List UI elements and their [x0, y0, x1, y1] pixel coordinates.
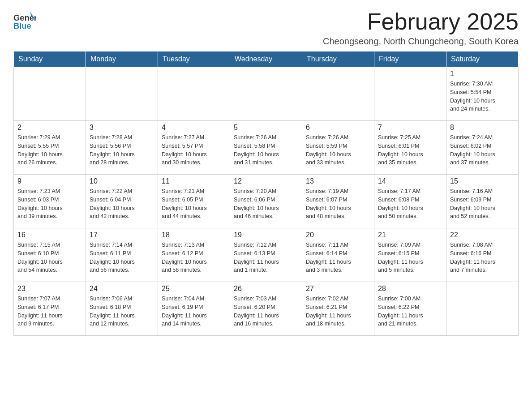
day-info: Sunrise: 7:24 AM Sunset: 6:02 PM Dayligh… [450, 133, 515, 167]
calendar-cell [158, 67, 230, 121]
day-number: 21 [378, 231, 442, 239]
day-info: Sunrise: 7:16 AM Sunset: 6:09 PM Dayligh… [450, 187, 515, 221]
calendar-cell: 22Sunrise: 7:08 AM Sunset: 6:16 PM Dayli… [446, 228, 519, 282]
day-number: 26 [234, 285, 298, 293]
calendar-table: SundayMondayTuesdayWednesdayThursdayFrid… [13, 51, 519, 336]
day-number: 12 [234, 177, 298, 185]
day-number: 15 [450, 177, 515, 185]
day-number: 17 [90, 231, 154, 239]
day-info: Sunrise: 7:30 AM Sunset: 5:54 PM Dayligh… [450, 80, 515, 113]
calendar-week-row: 1Sunrise: 7:30 AM Sunset: 5:54 PM Daylig… [14, 67, 519, 121]
day-info: Sunrise: 7:08 AM Sunset: 6:16 PM Dayligh… [450, 241, 515, 274]
location-title: Cheongseong, North Chungcheong, South Ko… [323, 36, 519, 47]
calendar-cell [230, 67, 302, 121]
day-number: 1 [450, 70, 515, 78]
calendar-cell: 13Sunrise: 7:19 AM Sunset: 6:07 PM Dayli… [302, 175, 374, 228]
day-number: 6 [306, 124, 370, 132]
logo: General Blue [13, 9, 36, 34]
calendar-day-header-friday: Friday [374, 51, 446, 67]
svg-text:Blue: Blue [13, 21, 31, 30]
day-number: 18 [162, 231, 226, 239]
day-number: 5 [234, 124, 298, 132]
day-info: Sunrise: 7:02 AM Sunset: 6:21 PM Dayligh… [306, 295, 370, 328]
calendar-day-header-wednesday: Wednesday [230, 51, 302, 67]
day-info: Sunrise: 7:11 AM Sunset: 6:14 PM Dayligh… [306, 241, 370, 274]
day-number: 7 [378, 124, 442, 132]
calendar-day-header-sunday: Sunday [14, 51, 86, 67]
calendar-cell [86, 67, 158, 121]
day-number: 3 [90, 124, 154, 132]
day-number: 27 [306, 285, 370, 293]
day-number: 13 [306, 177, 370, 185]
title-block: February 2025 Cheongseong, North Chungch… [323, 9, 519, 47]
day-info: Sunrise: 7:04 AM Sunset: 6:19 PM Dayligh… [162, 295, 226, 328]
calendar-week-row: 16Sunrise: 7:15 AM Sunset: 6:10 PM Dayli… [14, 228, 519, 282]
day-number: 8 [450, 124, 515, 132]
day-number: 10 [90, 177, 154, 185]
month-title: February 2025 [323, 9, 519, 34]
calendar-cell: 11Sunrise: 7:21 AM Sunset: 6:05 PM Dayli… [158, 175, 230, 228]
calendar-cell: 1Sunrise: 7:30 AM Sunset: 5:54 PM Daylig… [446, 67, 519, 121]
day-number: 22 [450, 231, 515, 239]
calendar-cell: 18Sunrise: 7:13 AM Sunset: 6:12 PM Dayli… [158, 228, 230, 282]
day-info: Sunrise: 7:26 AM Sunset: 5:58 PM Dayligh… [234, 133, 298, 167]
calendar-week-row: 9Sunrise: 7:23 AM Sunset: 6:03 PM Daylig… [14, 175, 519, 228]
calendar-header-row: SundayMondayTuesdayWednesdayThursdayFrid… [14, 51, 519, 67]
day-number: 2 [17, 124, 82, 132]
day-info: Sunrise: 7:29 AM Sunset: 5:55 PM Dayligh… [17, 133, 82, 167]
calendar-cell [446, 282, 519, 336]
calendar-cell: 19Sunrise: 7:12 AM Sunset: 6:13 PM Dayli… [230, 228, 302, 282]
page-header: General Blue February 2025 Cheongseong, … [13, 9, 519, 47]
calendar-cell: 3Sunrise: 7:28 AM Sunset: 5:56 PM Daylig… [86, 121, 158, 175]
day-info: Sunrise: 7:13 AM Sunset: 6:12 PM Dayligh… [162, 241, 226, 274]
calendar-day-header-thursday: Thursday [302, 51, 374, 67]
day-info: Sunrise: 7:23 AM Sunset: 6:03 PM Dayligh… [17, 187, 82, 221]
calendar-day-header-saturday: Saturday [446, 51, 519, 67]
calendar-cell: 9Sunrise: 7:23 AM Sunset: 6:03 PM Daylig… [14, 175, 86, 228]
calendar-day-header-monday: Monday [86, 51, 158, 67]
day-info: Sunrise: 7:19 AM Sunset: 6:07 PM Dayligh… [306, 187, 370, 221]
calendar-cell: 25Sunrise: 7:04 AM Sunset: 6:19 PM Dayli… [158, 282, 230, 336]
day-number: 23 [17, 285, 82, 293]
calendar-cell: 2Sunrise: 7:29 AM Sunset: 5:55 PM Daylig… [14, 121, 86, 175]
calendar-cell: 16Sunrise: 7:15 AM Sunset: 6:10 PM Dayli… [14, 228, 86, 282]
calendar-cell: 6Sunrise: 7:26 AM Sunset: 5:59 PM Daylig… [302, 121, 374, 175]
calendar-cell: 26Sunrise: 7:03 AM Sunset: 6:20 PM Dayli… [230, 282, 302, 336]
day-info: Sunrise: 7:07 AM Sunset: 6:17 PM Dayligh… [17, 295, 82, 328]
calendar-week-row: 2Sunrise: 7:29 AM Sunset: 5:55 PM Daylig… [14, 121, 519, 175]
day-info: Sunrise: 7:28 AM Sunset: 5:56 PM Dayligh… [90, 133, 154, 167]
day-info: Sunrise: 7:22 AM Sunset: 6:04 PM Dayligh… [90, 187, 154, 221]
day-number: 25 [162, 285, 226, 293]
calendar-cell [302, 67, 374, 121]
calendar-cell: 24Sunrise: 7:06 AM Sunset: 6:18 PM Dayli… [86, 282, 158, 336]
day-info: Sunrise: 7:12 AM Sunset: 6:13 PM Dayligh… [234, 241, 298, 274]
day-info: Sunrise: 7:27 AM Sunset: 5:57 PM Dayligh… [162, 133, 226, 167]
day-info: Sunrise: 7:26 AM Sunset: 5:59 PM Dayligh… [306, 133, 370, 167]
day-info: Sunrise: 7:21 AM Sunset: 6:05 PM Dayligh… [162, 187, 226, 221]
calendar-cell: 20Sunrise: 7:11 AM Sunset: 6:14 PM Dayli… [302, 228, 374, 282]
calendar-cell [14, 67, 86, 121]
calendar-cell: 28Sunrise: 7:00 AM Sunset: 6:22 PM Dayli… [374, 282, 446, 336]
day-number: 11 [162, 177, 226, 185]
day-info: Sunrise: 7:14 AM Sunset: 6:11 PM Dayligh… [90, 241, 154, 274]
day-info: Sunrise: 7:03 AM Sunset: 6:20 PM Dayligh… [234, 295, 298, 328]
calendar-cell [374, 67, 446, 121]
day-number: 28 [378, 285, 442, 293]
day-number: 4 [162, 124, 226, 132]
day-info: Sunrise: 7:09 AM Sunset: 6:15 PM Dayligh… [378, 241, 442, 274]
day-info: Sunrise: 7:25 AM Sunset: 6:01 PM Dayligh… [378, 133, 442, 167]
day-info: Sunrise: 7:00 AM Sunset: 6:22 PM Dayligh… [378, 295, 442, 328]
day-number: 16 [17, 231, 82, 239]
day-number: 9 [17, 177, 82, 185]
calendar-cell: 8Sunrise: 7:24 AM Sunset: 6:02 PM Daylig… [446, 121, 519, 175]
day-info: Sunrise: 7:17 AM Sunset: 6:08 PM Dayligh… [378, 187, 442, 221]
calendar-cell: 23Sunrise: 7:07 AM Sunset: 6:17 PM Dayli… [14, 282, 86, 336]
calendar-cell: 27Sunrise: 7:02 AM Sunset: 6:21 PM Dayli… [302, 282, 374, 336]
day-info: Sunrise: 7:15 AM Sunset: 6:10 PM Dayligh… [17, 241, 82, 274]
calendar-cell: 14Sunrise: 7:17 AM Sunset: 6:08 PM Dayli… [374, 175, 446, 228]
day-number: 20 [306, 231, 370, 239]
calendar-cell: 17Sunrise: 7:14 AM Sunset: 6:11 PM Dayli… [86, 228, 158, 282]
day-number: 19 [234, 231, 298, 239]
day-number: 14 [378, 177, 442, 185]
calendar-cell: 21Sunrise: 7:09 AM Sunset: 6:15 PM Dayli… [374, 228, 446, 282]
